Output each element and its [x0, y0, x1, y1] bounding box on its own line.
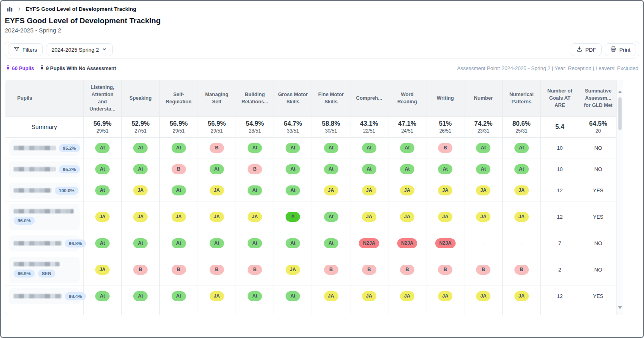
grade-cell: At	[236, 233, 274, 254]
grade-pill: JA	[476, 185, 490, 195]
grade-cell: B	[198, 254, 236, 286]
pupil-card[interactable]: 95.2%	[9, 161, 80, 177]
grade-cell: At	[502, 137, 540, 159]
goals-at-are-cell: 10	[540, 159, 579, 180]
grade-cell: JA	[426, 201, 464, 233]
summary-cell: 74.2%23/31	[464, 117, 502, 137]
pupil-row[interactable]: 95.2%AtAtAtBAtAtAtAtAtBAtAt10NO	[5, 137, 617, 159]
assessment-period-dropdown[interactable]: 2024-2025 Spring 2	[46, 43, 113, 56]
tracking-table: PupilsListening, Attention and Understa.…	[5, 80, 617, 315]
toolbar-right: PDF Print	[571, 43, 636, 56]
grade-pill: JA	[133, 212, 148, 221]
grade-pill: At	[324, 238, 338, 248]
pupil-row[interactable]: 66.9%SENJABBBBJABBBBBB2NO	[5, 254, 617, 286]
summary-cell: 56.9%29/51	[160, 117, 198, 137]
gld-met-cell: NO	[579, 159, 617, 180]
grade-cell: At	[464, 159, 502, 180]
vertical-scrollbar[interactable]	[616, 80, 623, 315]
pupil-count-stat: 60 Pupils	[6, 65, 34, 72]
page-subtitle: 2024-2025 - Spring 2	[1, 25, 643, 34]
person-icon	[6, 65, 10, 72]
grade-cell: JA	[312, 286, 350, 307]
grade-pill: At	[324, 212, 338, 221]
grade-pill: At	[133, 291, 148, 301]
grade-pill: At	[476, 164, 490, 174]
pupil-row[interactable]: 96.8%AtAtAtAtAtAtAtN2JAN2JAN2JA--7NO	[5, 233, 617, 254]
grade-cell: At	[274, 233, 312, 254]
pupil-cell[interactable]: 96.8%	[5, 233, 84, 254]
grade-cell: JA	[122, 180, 160, 201]
pdf-export-button[interactable]: PDF	[571, 43, 602, 56]
summary-cell: 56.9%29/51	[198, 117, 236, 137]
column-header: Writing	[426, 80, 464, 117]
print-button[interactable]: Print	[605, 43, 636, 56]
pupil-card[interactable]: 100.0%	[9, 183, 80, 199]
page-title: EYFS Good Level of Development Tracking	[1, 13, 643, 25]
grade-pill: JA	[514, 291, 529, 301]
pupil-row[interactable]: 98.4%AtAtAtJAAtAtJAJAJAJAJAJA12YES	[5, 286, 617, 307]
grade-pill: At	[172, 143, 186, 153]
grade-pill: At	[362, 143, 376, 153]
grade-pill: JA	[438, 291, 452, 301]
grade-pill: At	[133, 238, 148, 248]
pupil-cell[interactable]: 96.0%	[5, 201, 84, 233]
pupil-cell[interactable]: 66.9%SEN	[5, 254, 84, 286]
grade-cell: At	[464, 137, 502, 159]
attendance-badge: 100.0%	[55, 187, 78, 195]
scroll-up-arrow-icon[interactable]	[618, 91, 622, 93]
pupil-cell[interactable]: 95.2%	[5, 159, 84, 180]
app-window: { "breadcrumb": { "icon": "bar-chart-ico…	[0, 0, 644, 338]
filters-button[interactable]: Filters	[8, 43, 43, 56]
pupil-cell[interactable]: 95.2%	[5, 137, 84, 159]
grade-pill: At	[95, 143, 110, 153]
column-header: Summative Assessm... for GLD Met	[579, 80, 617, 117]
grade-pill: At	[324, 164, 338, 174]
pupil-card[interactable]: 66.9%SEN	[9, 257, 80, 283]
filter-icon	[14, 46, 20, 53]
pupil-row[interactable]: 96.0%JAJAJAJAJAAAtJAJAJAJAJA12YES	[5, 201, 617, 233]
summary-cell: 80.6%25/31	[502, 117, 540, 137]
grade-pill: At	[248, 185, 262, 195]
table-header-row: PupilsListening, Attention and Understa.…	[5, 80, 617, 117]
attendance-badge: 96.8%	[65, 239, 86, 247]
pupil-card[interactable]: 95.2%	[9, 140, 80, 156]
grade-cell: A	[274, 201, 312, 233]
stats-row: 60 Pupils 9 Pupils With No Assessment As…	[6, 65, 638, 72]
grade-pill: B	[438, 143, 452, 153]
grade-pill: B	[324, 265, 338, 274]
pupil-row[interactable]: 95.2%AtAtBAtBAtAtAtAtAtAtAt10NO	[5, 159, 617, 180]
grade-pill: At	[95, 185, 110, 195]
grade-pill: JA	[362, 291, 376, 301]
column-header: Numerical Patterns	[502, 80, 540, 117]
grade-cell: At	[84, 159, 122, 180]
grade-cell: At	[84, 233, 122, 254]
pupil-cell[interactable]: 98.4%	[5, 286, 84, 307]
goals-at-are-cell: 12	[540, 201, 579, 233]
toolbar: Filters 2024-2025 Spring 2 PDF Print	[5, 41, 639, 58]
grade-cell: At	[388, 137, 426, 159]
scroll-down-arrow-icon[interactable]	[618, 306, 622, 309]
grade-pill: At	[400, 143, 414, 153]
scrollbar-thumb[interactable]	[618, 97, 622, 130]
breadcrumb-current[interactable]: EYFS Good Level of Development Tracking	[26, 6, 136, 12]
pupil-row[interactable]: 100.0%AtJAAtJAAtAtJAJAJAJAJAJA12YES	[5, 180, 617, 201]
grade-cell: At	[350, 159, 388, 180]
no-assessment-label: 9 Pupils With No Assessment	[46, 66, 116, 71]
pupil-card[interactable]: 98.4%	[9, 288, 80, 304]
grade-cell: JA	[198, 286, 236, 307]
pupil-cell[interactable]: 100.0%	[5, 180, 84, 201]
grade-pill: At	[324, 143, 338, 153]
grade-pill: At	[248, 143, 262, 153]
column-header: Number of Goals AT ARE	[540, 80, 579, 117]
grade-pill: JA	[362, 212, 376, 221]
summary-cell: 54.9%28/51	[236, 117, 274, 137]
goals-at-are-cell: 7	[540, 233, 579, 254]
assessment-context-text: Assessment Point: 2024-2025 - Spring 2 |…	[457, 65, 638, 71]
pupil-card[interactable]: 96.8%	[9, 235, 80, 251]
bar-chart-icon[interactable]	[6, 6, 13, 12]
grade-cell: At	[160, 137, 198, 159]
grade-pill: JA	[400, 185, 414, 195]
pupil-card[interactable]: 96.0%	[9, 204, 80, 230]
grade-cell: B	[388, 254, 426, 286]
grade-pill: At	[286, 164, 300, 174]
